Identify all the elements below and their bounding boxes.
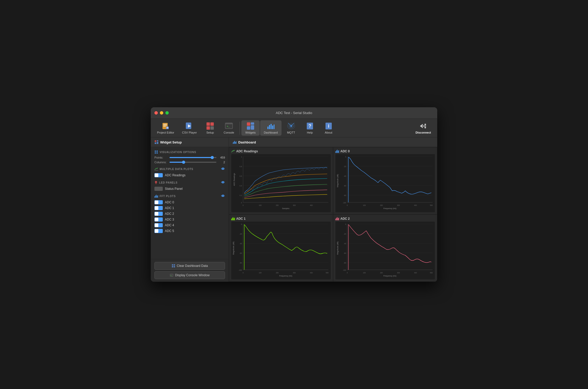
chart-adc0: ADC 0 — [333, 147, 437, 214]
chart-adc-readings: ADC Readings — [229, 147, 333, 214]
mqtt-icon — [287, 122, 295, 130]
fft-section: FFT Plots 👁 — [154, 194, 225, 198]
fft-chart-icon-2 — [335, 217, 339, 221]
fft-adc4-label: ADC 4 — [165, 223, 174, 227]
toolbar-console[interactable]: >_ Console — [220, 120, 238, 136]
svg-text:-80: -80 — [344, 262, 346, 264]
svg-rect-116 — [233, 217, 233, 220]
svg-rect-53 — [158, 195, 158, 198]
svg-text:-40: -40 — [344, 175, 346, 177]
chart-adc2-area: 0 -20 -40 -60 -80 -100 0 100 200 300 400… — [335, 222, 435, 279]
svg-rect-18 — [251, 122, 254, 125]
toolbar-dashboard[interactable]: Dashboard — [260, 120, 282, 136]
fft-visibility-btn[interactable]: 👁 — [221, 194, 225, 198]
svg-text:300: 300 — [293, 204, 296, 206]
toolbar-csv-player[interactable]: CSV Player — [178, 120, 201, 136]
toolbar-dashboard-label: Dashboard — [264, 131, 278, 134]
svg-text:100: 100 — [259, 204, 262, 206]
svg-text:-60: -60 — [344, 252, 346, 254]
svg-rect-41 — [157, 142, 158, 144]
toolbar-project-editor[interactable]: Project Editor — [153, 120, 178, 136]
svg-text:0.6: 0.6 — [240, 175, 242, 177]
toolbar-disconnect[interactable]: Disconnect — [412, 120, 435, 136]
project-editor-icon — [161, 122, 170, 130]
svg-rect-45 — [157, 152, 158, 154]
points-slider-row: Points: 459 — [154, 156, 225, 159]
svg-rect-90 — [339, 150, 339, 153]
fft-adc5-label: ADC 5 — [165, 229, 174, 233]
clear-dashboard-button[interactable]: Clear Dashboard Data — [154, 262, 225, 270]
toolbar: Project Editor CSV Player — [151, 119, 437, 137]
toolbar-mqtt[interactable]: MQTT — [282, 120, 300, 136]
svg-text:-60: -60 — [240, 252, 242, 254]
toolbar-about[interactable]: i About — [320, 120, 338, 136]
svg-text:100: 100 — [363, 272, 366, 274]
fft-adc0-channel: ADC 0 — [154, 200, 225, 204]
console-btn-icon: >_ — [170, 273, 173, 277]
toolbar-console-label: Console — [224, 131, 234, 134]
svg-rect-118 — [234, 218, 235, 220]
multiplot-visibility-btn[interactable]: 👁 — [221, 167, 225, 171]
svg-rect-60 — [233, 142, 233, 144]
svg-rect-46 — [154, 170, 158, 171]
setup-icon — [206, 122, 214, 130]
svg-rect-143 — [336, 218, 337, 220]
fft-adc3-toggle[interactable] — [154, 217, 163, 222]
svg-text:>_: >_ — [171, 274, 173, 277]
dashboard-icon — [267, 122, 275, 130]
adc-readings-toggle[interactable] — [154, 173, 163, 177]
charts-grid: ADC Readings — [229, 147, 437, 282]
toolbar-setup[interactable]: Setup — [201, 120, 219, 136]
led-icon — [154, 181, 158, 184]
svg-text:-20: -20 — [240, 233, 242, 235]
svg-text:0.2: 0.2 — [240, 194, 242, 196]
multiplot-icon — [154, 167, 158, 171]
fft-adc4-toggle[interactable] — [154, 223, 163, 227]
points-slider[interactable] — [170, 157, 216, 158]
svg-text:0.8: 0.8 — [240, 166, 242, 167]
svg-text:-100: -100 — [343, 202, 346, 204]
close-button[interactable] — [154, 111, 158, 115]
window-title: ADC Test - Serial Studio — [276, 111, 312, 115]
svg-text:-100: -100 — [239, 269, 242, 271]
traffic-lights — [154, 111, 169, 115]
svg-text:>_: >_ — [227, 125, 230, 128]
svg-text:Frequency (Hz): Frequency (Hz) — [383, 275, 396, 277]
svg-rect-48 — [155, 183, 157, 184]
dashboard: Dashboard ADC Readings — [229, 137, 437, 282]
display-console-button[interactable]: >_ Display Console Window — [154, 271, 225, 279]
led-visibility-btn[interactable]: 👁 — [221, 180, 225, 185]
maximize-button[interactable] — [165, 111, 169, 115]
svg-rect-15 — [225, 123, 233, 124]
svg-rect-3 — [163, 126, 166, 127]
svg-text:0: 0 — [243, 204, 244, 206]
svg-rect-1 — [163, 124, 167, 124]
svg-rect-10 — [207, 122, 210, 126]
fft-adc2-label: ADC 2 — [165, 212, 174, 216]
fft-adc5-toggle[interactable] — [154, 229, 163, 233]
svg-point-47 — [155, 181, 157, 183]
svg-rect-56 — [172, 266, 173, 267]
minimize-button[interactable] — [160, 111, 163, 115]
fft-adc1-toggle[interactable] — [154, 206, 163, 210]
svg-rect-57 — [174, 266, 175, 267]
toolbar-widgets[interactable]: Widgets — [241, 120, 260, 136]
svg-rect-114 — [231, 219, 232, 220]
columns-slider[interactable] — [170, 162, 216, 163]
svg-text:-80: -80 — [240, 262, 242, 264]
svg-rect-43 — [157, 150, 158, 152]
toolbar-help-label: Help — [307, 131, 313, 134]
fft-adc5-channel: ADC 5 — [154, 229, 225, 233]
toolbar-about-label: About — [325, 131, 332, 134]
svg-text:Frequency (Hz): Frequency (Hz) — [383, 207, 396, 210]
widgets-icon — [246, 122, 255, 130]
toolbar-help[interactable]: ? Help — [301, 120, 319, 136]
svg-text:200: 200 — [276, 204, 279, 206]
status-panel-channel: Status Panel — [154, 187, 225, 191]
fft-adc2-toggle[interactable] — [154, 212, 163, 216]
status-panel-toggle[interactable] — [154, 187, 163, 191]
fft-adc0-toggle[interactable] — [154, 200, 163, 204]
svg-text:500: 500 — [430, 204, 433, 206]
fft-icon — [154, 194, 158, 198]
chart-adc1-title: ADC 1 — [231, 217, 331, 221]
